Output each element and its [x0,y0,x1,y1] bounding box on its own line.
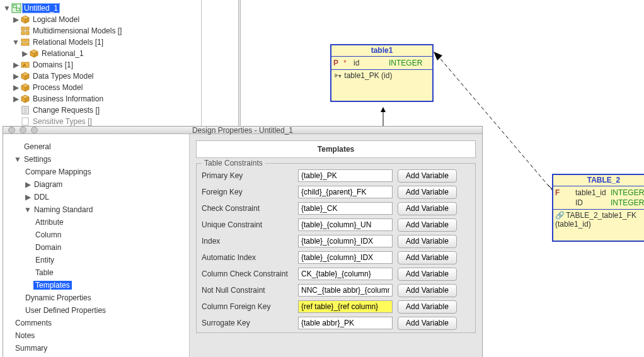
constraint-input[interactable] [298,186,393,198]
add-variable-button[interactable]: Add Variable [398,169,457,183]
entity-col-row: F table1_id INTEGER [555,188,644,198]
svg-rect-30 [22,118,28,125]
expander-icon[interactable]: ▶ [20,49,29,58]
nav-item[interactable]: Comments [13,317,189,329]
constraint-input[interactable] [298,300,393,313]
tree-root[interactable]: ▼ Untitled_1 [3,3,201,14]
constraint-label: Automatic Index [202,253,293,262]
constraint-input[interactable] [298,251,393,264]
col-flag: F [555,188,561,197]
tree-label: Multidimensional Models [] [32,26,123,35]
entity-col-row: P * id INTEGER [333,58,430,68]
tree-item[interactable]: Multidimensional Models [] [3,25,201,37]
svg-rect-6 [21,27,25,30]
nav-item[interactable]: Compare Mappings [13,166,189,178]
expander-icon[interactable]: ▶ [23,180,32,189]
nav-item-templates[interactable]: Templates [13,279,189,292]
expander-icon[interactable]: ▼ [13,155,22,164]
add-variable-button[interactable]: Add Variable [398,284,457,297]
expander-icon[interactable]: ▶ [11,60,20,69]
constraint-row: Check ConstraintAdd Variable [202,200,470,217]
add-variable-button[interactable]: Add Variable [398,186,457,199]
nav-item[interactable]: General [13,140,189,153]
constraint-label: Check Constraint [202,204,293,213]
constraint-row: IndexAdd Variable [202,233,470,249]
spacer [11,117,20,126]
svg-marker-32 [381,107,386,112]
expander-icon[interactable]: ▼ [3,4,11,13]
nav-label: Attribute [33,218,66,227]
tree-label: Relational_1 [40,49,85,58]
constraint-input[interactable] [298,218,393,231]
nav-item[interactable]: ▼Settings [13,153,189,166]
svg-rect-10 [21,39,29,42]
spacer [13,142,22,151]
svg-rect-1 [13,5,16,8]
nav-item[interactable]: User Defined Properties [13,304,189,317]
nav-item[interactable]: ▶DDL [13,191,189,203]
nav-item[interactable]: Dynamic Properties [13,292,189,304]
expander-icon[interactable]: ▶ [11,83,20,92]
constraint-row: Primary KeyAdd Variable [202,167,470,184]
cube-icon [29,48,39,59]
add-variable-button[interactable]: Add Variable [398,268,457,281]
panel-heading: Templates [196,140,476,158]
expander-icon[interactable]: ▼ [11,38,20,47]
nav-item[interactable]: Attribute [13,216,189,229]
tree-item[interactable]: ▶ Business Information [3,93,201,105]
tree-item[interactable]: ▶ Data Types Model [3,71,201,82]
tree-item[interactable]: ▶ Relational_1 [3,48,201,59]
nav-label: Naming Standard [32,205,95,214]
tree-label: Logical Model [32,15,81,24]
constraint-input[interactable] [298,202,393,215]
nav-item[interactable]: ▼Naming Standard [13,203,189,216]
spacer [11,26,20,35]
add-variable-button[interactable]: Add Variable [398,202,457,215]
add-variable-button[interactable]: Add Variable [398,235,457,248]
expander-icon[interactable]: ▼ [23,205,32,214]
svg-marker-34 [434,52,442,60]
pk-label: table1_PK (id) [344,71,392,80]
expander-icon[interactable]: ▶ [23,193,32,201]
dialog-body: General ▼Settings Compare Mappings ▶Diag… [3,134,482,357]
constraint-input[interactable] [298,284,393,297]
col-flag: P [333,59,340,67]
nav-item[interactable]: ▶Diagram [13,178,189,191]
expander-icon[interactable]: ▶ [11,72,20,81]
nav-item[interactable]: Summary [13,342,189,354]
nav-item[interactable]: Notes [13,329,189,342]
constraint-input[interactable] [298,235,393,247]
design-properties-dialog: Design Properties - Untitled_1 General ▼… [3,126,483,357]
key-icon: 🗝 [333,71,342,80]
entity-table2[interactable]: TABLE_2 F table1_id INTEGER ID INTEGER 🔗… [552,174,644,242]
nav-item[interactable]: Domain [13,241,189,254]
constraint-input[interactable] [298,268,393,280]
tree-item[interactable]: ▼ Relational Models [1] [3,37,201,48]
tree-root-label[interactable]: Untitled_1 [23,4,59,13]
col-name: id [354,59,385,67]
tree-item[interactable]: ▶ A Domains [1] [3,59,201,71]
entity-columns: F table1_id INTEGER ID INTEGER [553,186,644,210]
dialog-titlebar[interactable]: Design Properties - Untitled_1 [3,127,482,134]
add-variable-button[interactable]: Add Variable [398,251,457,264]
constraint-input[interactable] [298,169,393,182]
constraint-input[interactable] [298,317,393,329]
add-variable-button[interactable]: Add Variable [398,218,457,232]
nav-label: Notes [13,331,37,340]
tree-item[interactable]: ▶ Process Model [3,82,201,93]
expander-icon[interactable]: ▶ [11,15,20,24]
nav-item[interactable]: Column [13,229,189,241]
tree-label: Business Information [32,94,105,103]
add-variable-button[interactable]: Add Variable [398,300,457,314]
col-type: INTEGER [611,188,644,197]
nav-item[interactable]: Table [13,266,189,279]
tree-item[interactable]: Change Requests [] [3,105,201,116]
nav-item[interactable]: Entity [13,254,189,266]
entity-table1[interactable]: table1 P * id INTEGER 🗝 table1_PK (id) [330,44,434,102]
tree-item[interactable]: ▶ Logical Model [3,14,201,25]
expander-icon[interactable]: ▶ [11,94,20,103]
tree-label: Change Requests [] [32,106,101,115]
add-variable-button[interactable]: Add Variable [398,317,457,330]
dialog-title: Design Properties - Untitled_1 [3,126,482,135]
rel-icon [20,37,30,47]
